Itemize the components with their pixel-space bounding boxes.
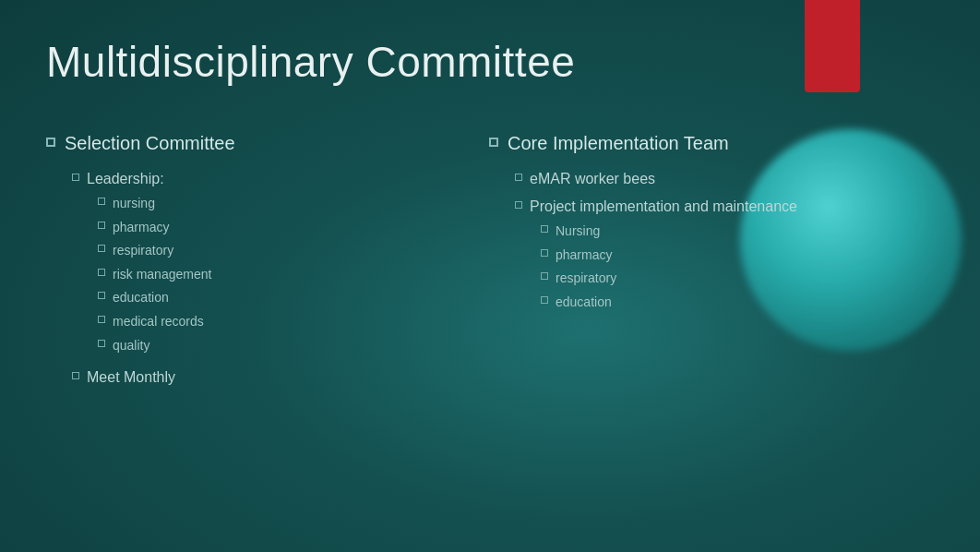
list-item: pharmacy xyxy=(98,219,489,237)
leadership-subsection: Leadership: nursing pharmacy respiratory xyxy=(72,171,489,354)
bullet-icon-xs xyxy=(98,198,105,205)
bullet-icon-sm xyxy=(72,174,79,181)
left-column: Selection Committee Leadership: nursing … xyxy=(46,133,489,386)
emar-title: eMAR worker bees xyxy=(515,171,932,187)
bullet-icon-xs xyxy=(541,249,548,257)
project-impl-title: Project implementation and maintenance xyxy=(515,198,932,215)
bullet-icon-xs xyxy=(98,340,105,347)
page-title: Multidisciplinary Committee xyxy=(46,37,934,87)
right-column: Core Implementation Team eMAR worker bee… xyxy=(489,133,932,322)
list-item: quality xyxy=(98,337,489,355)
bullet-icon-xs xyxy=(541,296,548,304)
bullet-icon-xs xyxy=(98,269,105,276)
meet-monthly: Meet Monthly xyxy=(72,369,489,386)
list-item: respiratory xyxy=(98,242,489,260)
bullet-icon-xs xyxy=(541,225,548,233)
bullet-icon xyxy=(489,138,498,147)
bullet-icon-xs xyxy=(98,292,105,299)
list-item: medical records xyxy=(98,313,489,331)
leadership-list: nursing pharmacy respiratory risk manage… xyxy=(98,195,489,354)
bullet-icon-xs xyxy=(98,222,105,229)
bullet-icon-xs xyxy=(98,316,105,323)
leadership-title: Leadership: xyxy=(72,171,489,187)
bullet-icon-sm xyxy=(72,372,79,379)
left-section-title: Selection Committee xyxy=(46,133,489,154)
list-item: nursing xyxy=(98,195,489,213)
list-item: pharmacy xyxy=(541,246,932,265)
bullet-icon-xs xyxy=(98,245,105,252)
list-item: respiratory xyxy=(541,270,932,288)
project-impl-subsection: Project implementation and maintenance N… xyxy=(515,198,932,311)
bullet-icon-sm xyxy=(515,201,522,209)
bullet-icon-xs xyxy=(541,272,548,280)
bullet-icon xyxy=(46,138,55,147)
list-item: education xyxy=(541,294,932,312)
emar-subsection: eMAR worker bees xyxy=(515,171,932,187)
bullet-icon-sm xyxy=(515,174,522,181)
right-section-title: Core Implementation Team xyxy=(489,133,932,154)
list-item: Nursing xyxy=(541,222,932,241)
list-item: education xyxy=(98,289,489,307)
list-item: risk management xyxy=(98,266,489,284)
project-impl-list: Nursing pharmacy respiratory education xyxy=(541,222,932,311)
